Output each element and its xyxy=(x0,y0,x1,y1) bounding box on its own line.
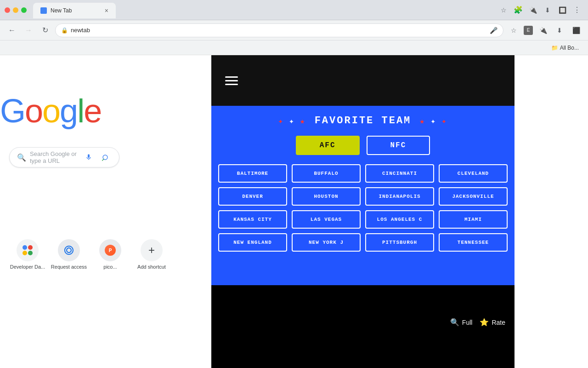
team-los-angeles-c[interactable]: LOS ANGELES C xyxy=(365,210,434,229)
team-baltimore[interactable]: BALTIMORE xyxy=(218,164,287,183)
address-text: newtab xyxy=(71,27,487,34)
full-btn[interactable]: 🔍 Full xyxy=(450,318,473,327)
layout-icon-btn[interactable]: ⬛ xyxy=(570,24,582,37)
full-icon: 🔍 xyxy=(450,318,459,327)
conference-buttons: AFC NFC xyxy=(218,136,508,155)
mic-icon[interactable]: 🎤 xyxy=(490,27,498,34)
logo-g2: g xyxy=(60,92,77,130)
newtab-page: G o o g l e 🔍 Search Google or type a UR… xyxy=(0,55,211,368)
extension-footer: 🔍 Full ⭐ Rate xyxy=(211,285,514,331)
shortcuts-area: Developer Da... Request access P pico... xyxy=(0,235,211,274)
shortcut-icon-req xyxy=(58,239,80,261)
star-red-4: ✦ xyxy=(441,116,448,126)
svg-point-3 xyxy=(23,251,27,255)
logo-o1: o xyxy=(25,92,42,130)
search-container: 🔍 Search Google or type a URL xyxy=(9,147,119,167)
extension-popup: ✦ ✦ ★ FAVORITE TEAM ★ ✦ ✦ AFC NFC BALTIM… xyxy=(211,55,514,368)
shortcut-label-dev: Developer Da... xyxy=(10,264,45,270)
star-red-1: ✦ xyxy=(278,116,284,126)
star-white-2: ✦ xyxy=(430,116,437,126)
rate-btn[interactable]: ⭐ Rate xyxy=(480,318,505,327)
puzzle-icon-btn[interactable]: 🔌 xyxy=(537,24,549,37)
team-kansas-city[interactable]: KANSAS CITY xyxy=(218,210,287,229)
plus-icon: + xyxy=(148,245,155,256)
extension-puzzle-btn[interactable]: 🧩 xyxy=(512,4,525,17)
search-icon: 🔍 xyxy=(17,153,26,162)
shortcut-label-pico: pico... xyxy=(103,264,117,270)
close-window-btn[interactable] xyxy=(5,7,10,13)
download-icon-btn[interactable]: ⬇ xyxy=(553,24,566,37)
minimize-window-btn[interactable] xyxy=(13,7,18,13)
bookmarks-bar: 📁 All Bo... xyxy=(0,40,588,55)
shortcut-icon-pico: P xyxy=(99,239,121,261)
active-tab[interactable]: New Tab × xyxy=(33,3,116,18)
content-area: G o o g l e 🔍 Search Google or type a UR… xyxy=(0,55,588,368)
star-icon-btn[interactable]: ☆ xyxy=(497,4,510,17)
shortcut-label-req: Request access xyxy=(51,264,87,270)
star-white-1: ✦ xyxy=(289,116,295,126)
hamburger-menu-btn[interactable] xyxy=(225,76,238,85)
extensions-btn[interactable]: 🔌 xyxy=(526,4,539,17)
team-jacksonville[interactable]: JACKSONVILLE xyxy=(439,187,508,206)
profile-btn[interactable]: 🔲 xyxy=(556,4,569,17)
hamburger-line-1 xyxy=(225,76,238,78)
logo-o2: o xyxy=(42,92,60,130)
nfc-btn[interactable]: NFC xyxy=(367,136,430,155)
search-box[interactable]: 🔍 Search Google or type a URL xyxy=(9,147,119,167)
team-selector-area: ✦ ✦ ★ FAVORITE TEAM ★ ✦ ✦ AFC NFC BALTIM… xyxy=(211,106,514,285)
star-red-2: ★ xyxy=(300,116,306,126)
team-new-england[interactable]: NEW ENGLAND xyxy=(218,233,287,252)
logo-e: e xyxy=(84,92,101,130)
svg-point-1 xyxy=(23,245,27,250)
extensions-icon-btn[interactable]: E xyxy=(524,26,533,35)
download-btn[interactable]: ⬇ xyxy=(541,4,554,17)
hamburger-line-2 xyxy=(225,80,238,81)
svg-point-4 xyxy=(28,251,33,255)
team-houston[interactable]: HOUSTON xyxy=(292,187,361,206)
team-tennessee[interactable]: TENNESSEE xyxy=(439,233,508,252)
team-cincinnati[interactable]: CINCINNATI xyxy=(365,164,434,183)
rate-star-icon: ⭐ xyxy=(480,318,489,327)
bookmarks-label: All Bo... xyxy=(560,45,579,51)
svg-point-2 xyxy=(28,245,33,250)
tab-close-btn[interactable]: × xyxy=(105,7,108,14)
tab-favicon xyxy=(40,7,47,14)
bookmarks-icon[interactable]: ☆ xyxy=(507,24,520,37)
team-buffalo[interactable]: BUFFALO xyxy=(292,164,361,183)
lens-search-icon[interactable] xyxy=(99,151,112,164)
team-cleveland[interactable]: CLEVELAND xyxy=(439,164,508,183)
team-miami[interactable]: MIAMI xyxy=(439,210,508,229)
add-shortcut-btn[interactable]: + Add shortcut xyxy=(133,239,170,270)
mic-search-icon[interactable] xyxy=(82,151,95,164)
toolbar-right-icons: ☆ 🧩 🔌 ⬇ 🔲 ⋮ xyxy=(497,4,583,17)
star-red-3: ★ xyxy=(419,116,426,126)
team-grid: BALTIMORE BUFFALO CINCINNATI CLEVELAND D… xyxy=(218,164,508,252)
team-las-vegas[interactable]: LAS VEGAS xyxy=(292,210,361,229)
team-denver[interactable]: DENVER xyxy=(218,187,287,206)
logo-l: l xyxy=(77,92,84,130)
hamburger-line-3 xyxy=(225,84,238,85)
forward-btn[interactable]: → xyxy=(22,24,35,37)
team-pittsburgh[interactable]: PITTSBURGH xyxy=(365,233,434,252)
address-bar[interactable]: 🔒 newtab 🎤 xyxy=(55,23,503,37)
team-title: ✦ ✦ ★ FAVORITE TEAM ★ ✦ ✦ xyxy=(218,115,508,126)
search-placeholder: Search Google or type a URL xyxy=(30,150,79,164)
back-btn[interactable]: ← xyxy=(6,24,18,37)
shortcut-pico[interactable]: P pico... xyxy=(92,239,129,270)
team-new-york-j[interactable]: NEW YORK J xyxy=(292,233,361,252)
team-indianapolis[interactable]: INDIANAPOLIS xyxy=(365,187,434,206)
rate-label: Rate xyxy=(492,319,505,326)
bookmarks-folder[interactable]: 📁 All Bo... xyxy=(548,43,582,53)
google-logo: G o o g l e xyxy=(0,92,101,130)
browser-tab-bar: New Tab × ☆ 🧩 🔌 ⬇ 🔲 ⋮ xyxy=(0,0,588,20)
tab-title: New Tab xyxy=(51,7,72,14)
lock-icon: 🔒 xyxy=(61,27,68,34)
shortcut-developer-da[interactable]: Developer Da... xyxy=(9,239,46,270)
chrome-menu-btn[interactable]: ⋮ xyxy=(571,4,583,17)
shortcut-request-access[interactable]: Request access xyxy=(51,239,87,270)
full-label: Full xyxy=(462,319,473,326)
refresh-btn[interactable]: ↻ xyxy=(39,24,51,37)
maximize-window-btn[interactable] xyxy=(21,7,27,13)
afc-btn[interactable]: AFC xyxy=(296,136,360,155)
address-bar-area: ← → ↻ 🔒 newtab 🎤 ☆ E 🔌 ⬇ ⬛ xyxy=(0,20,588,40)
